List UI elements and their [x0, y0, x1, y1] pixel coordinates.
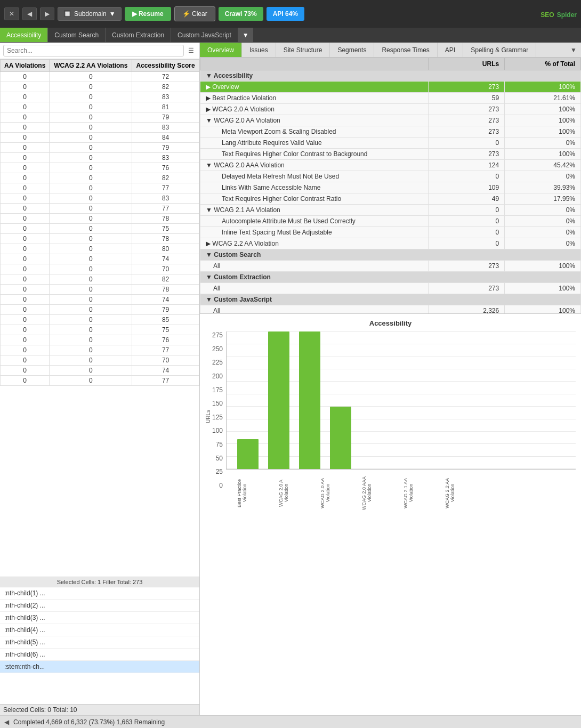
table-row[interactable]: 0077: [1, 204, 199, 214]
table-row[interactable]: 0085: [1, 315, 199, 325]
nav-back-button[interactable]: ◀: [22, 7, 37, 20]
tab-overview[interactable]: Overview: [200, 43, 242, 57]
table-row[interactable]: 0072: [1, 72, 199, 82]
table-row[interactable]: 0084: [1, 133, 199, 143]
nav-close-button[interactable]: ✕: [4, 7, 19, 20]
tab-site-structure[interactable]: Site Structure: [276, 43, 330, 57]
clear-button[interactable]: ⚡ Clear: [174, 6, 215, 21]
overview-section-header[interactable]: ▼ Accessibility: [200, 70, 581, 82]
tab-spelling[interactable]: Spelling & Grammar: [463, 43, 536, 57]
table-row[interactable]: 0077: [1, 183, 199, 193]
y-axis-label-value: 25: [212, 468, 223, 475]
table-row[interactable]: 0079: [1, 112, 199, 123]
overview-row[interactable]: All273100%: [200, 283, 581, 294]
tab-api[interactable]: API: [438, 43, 463, 57]
tab-custom-search[interactable]: Custom Search: [48, 28, 106, 42]
table-row[interactable]: 0078: [1, 214, 199, 224]
overview-row[interactable]: Meta Viewport Zoom & Scaling Disabled273…: [200, 126, 581, 137]
table-row[interactable]: 0070: [1, 264, 199, 274]
overview-row[interactable]: ▼ WCAG 2.1 AA Violation00%: [200, 205, 581, 216]
overview-row[interactable]: ▶ Best Practice Violation5921.61%: [200, 93, 581, 104]
col-score[interactable]: Accessibility Score: [132, 60, 199, 72]
bar-group[interactable]: [268, 331, 289, 469]
list-item[interactable]: :nth-child(3) ...: [0, 612, 199, 624]
subdomain-dropdown[interactable]: 🔲 Subdomain ▼: [58, 7, 122, 21]
table-row[interactable]: 0076: [1, 163, 199, 173]
overview-row[interactable]: ▶ Overview273100%: [200, 82, 581, 93]
table-row[interactable]: 0074: [1, 366, 199, 376]
overview-col-urls[interactable]: URLs: [429, 58, 505, 70]
status-arrow-left[interactable]: ◀: [4, 718, 9, 726]
overview-row[interactable]: ▶ WCAG 2.2 AA Violation00%: [200, 238, 581, 249]
table-row[interactable]: 0082: [1, 274, 199, 285]
overview-row[interactable]: Lang Attribute Requires Valid Value00%: [200, 137, 581, 149]
chart-y-axis: 2752502252001751501251007550250: [212, 331, 226, 502]
bar-group[interactable]: [299, 331, 320, 469]
crawl-button[interactable]: Crawl 73%: [219, 7, 263, 21]
bar-group[interactable]: [237, 439, 259, 469]
tab-custom-javascript[interactable]: Custom JavaScript: [171, 28, 238, 42]
overview-row[interactable]: Links With Same Accessible Name10939.93%: [200, 182, 581, 193]
right-tab-more[interactable]: ▼: [566, 44, 581, 56]
overview-row[interactable]: All2,326100%: [200, 305, 581, 314]
overview-row[interactable]: Autocomplete Attribute Must Be Used Corr…: [200, 216, 581, 227]
table-row[interactable]: 0082: [1, 82, 199, 92]
table-row[interactable]: 0070: [1, 355, 199, 366]
table-row[interactable]: 0079: [1, 305, 199, 315]
nav-forward-button[interactable]: ▶: [40, 7, 54, 20]
chart-title: Accessibility: [205, 319, 576, 327]
table-row[interactable]: 0080: [1, 244, 199, 254]
search-input[interactable]: [3, 45, 184, 56]
table-row[interactable]: 0081: [1, 102, 199, 112]
overview-row[interactable]: ▼ WCAG 2.0 AA Violation273100%: [200, 115, 581, 126]
table-row[interactable]: 0077: [1, 345, 199, 355]
list-item[interactable]: :nth-child(5) ...: [0, 636, 199, 649]
tab-accessibility[interactable]: Accessibility: [0, 28, 48, 42]
overview-section-header[interactable]: ▼ Custom Extraction: [200, 272, 581, 283]
list-item[interactable]: :nth-child(6) ...: [0, 649, 199, 661]
bar-group[interactable]: [330, 407, 351, 469]
table-row[interactable]: 0078: [1, 285, 199, 295]
overview-col-label[interactable]: [200, 58, 429, 70]
table-row[interactable]: 0074: [1, 295, 199, 305]
overview-row[interactable]: Delayed Meta Refresh Must Not Be Used00%: [200, 171, 581, 182]
overview-row[interactable]: Inline Text Spacing Must Be Adjustable00…: [200, 227, 581, 238]
tab-more[interactable]: ▼: [238, 28, 253, 42]
table-row[interactable]: 0076: [1, 335, 199, 345]
overview-row[interactable]: Text Requires Higher Color Contrast Rati…: [200, 193, 581, 205]
col-aa-violations[interactable]: AA Violations: [1, 60, 50, 72]
table-row[interactable]: 0074: [1, 254, 199, 264]
tab-custom-extraction[interactable]: Custom Extraction: [106, 28, 171, 42]
col-wcag22-violations[interactable]: WCAG 2.2 AA Violations: [50, 60, 132, 72]
filter-icon[interactable]: ☰: [186, 46, 196, 55]
table-row[interactable]: 0079: [1, 143, 199, 153]
list-item[interactable]: :stem:nth-ch...: [0, 661, 199, 673]
list-item[interactable]: :nth-child(1) ...: [0, 587, 199, 600]
table-row[interactable]: 0083: [1, 92, 199, 102]
resume-button[interactable]: ▶ Resume: [125, 7, 171, 21]
overview-section-header[interactable]: ▼ Custom JavaScript: [200, 294, 581, 305]
y-axis-label-value: 200: [212, 373, 223, 380]
table-row[interactable]: 0075: [1, 224, 199, 234]
overview-section-header[interactable]: ▼ Custom Search: [200, 249, 581, 261]
overview-col-pct[interactable]: % of Total: [505, 58, 581, 70]
table-row[interactable]: 0082: [1, 173, 199, 183]
api-button[interactable]: API 64%: [267, 7, 304, 21]
tab-response-times[interactable]: Response Times: [374, 43, 437, 57]
list-item[interactable]: :nth-child(4) ...: [0, 624, 199, 636]
table-row[interactable]: 0083: [1, 193, 199, 204]
table-row[interactable]: 0078: [1, 234, 199, 244]
table-row[interactable]: 0077: [1, 376, 199, 386]
overview-row[interactable]: All273100%: [200, 261, 581, 272]
left-panel: ☰ AA Violations WCAG 2.2 AA Violations A…: [0, 43, 200, 728]
overview-row[interactable]: ▼ WCAG 2.0 AAA Violation12445.42%: [200, 160, 581, 171]
overview-row[interactable]: Text Requires Higher Color Contrast to B…: [200, 149, 581, 160]
toolbar: ✕ ◀ ▶ 🔲 Subdomain ▼ ▶ Resume ⚡ Clear Cra…: [0, 0, 581, 28]
tab-segments[interactable]: Segments: [330, 43, 374, 57]
tab-issues[interactable]: Issues: [242, 43, 276, 57]
table-row[interactable]: 0075: [1, 325, 199, 335]
overview-row[interactable]: ▶ WCAG 2.0 A Violation273100%: [200, 104, 581, 115]
table-row[interactable]: 0083: [1, 153, 199, 163]
table-row[interactable]: 0083: [1, 123, 199, 133]
list-item[interactable]: :nth-child(2) ...: [0, 600, 199, 612]
